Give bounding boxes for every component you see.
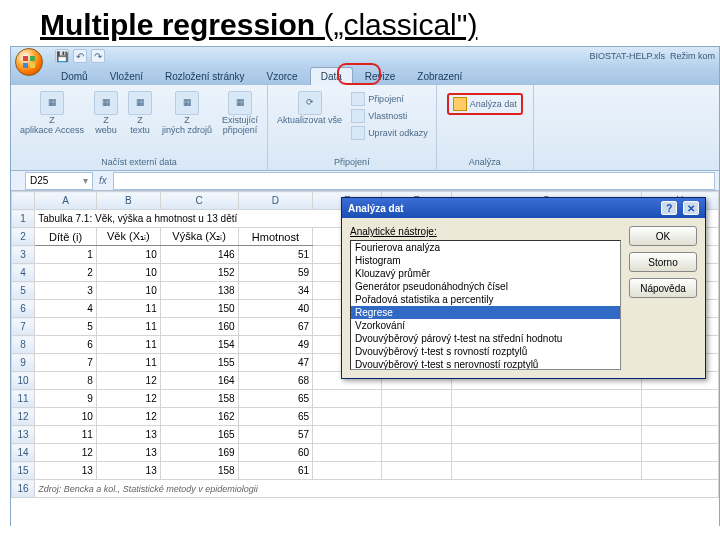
data-cell[interactable]: 60 [238, 444, 312, 462]
tab-data[interactable]: Data [310, 67, 353, 85]
data-cell[interactable]: 12 [96, 408, 160, 426]
data-column-header[interactable]: Dítě (i) [35, 228, 97, 246]
data-cell[interactable]: 67 [238, 318, 312, 336]
tool-list-item[interactable]: Klouzavý průměr [351, 267, 620, 280]
tab-vložení[interactable]: Vložení [100, 68, 153, 85]
data-column-header[interactable]: Výška (X₂ᵢ) [160, 228, 238, 246]
row-header[interactable]: 10 [12, 372, 35, 390]
ribbon-button[interactable]: ▦Zaplikace Access [17, 89, 87, 138]
data-cell[interactable]: 146 [160, 246, 238, 264]
redo-icon[interactable]: ↷ [91, 49, 105, 63]
column-header[interactable]: C [160, 192, 238, 210]
close-icon[interactable]: ✕ [683, 201, 699, 215]
data-cell[interactable]: 155 [160, 354, 238, 372]
ribbon-mini-button[interactable]: Vlastnosti [349, 108, 430, 124]
data-cell[interactable]: 158 [160, 390, 238, 408]
tool-list-item[interactable]: Regrese [351, 306, 620, 319]
row-header[interactable]: 7 [12, 318, 35, 336]
row-header[interactable]: 15 [12, 462, 35, 480]
data-cell[interactable]: 7 [35, 354, 97, 372]
tool-list-item[interactable]: Dvouvýběrový t-test s nerovností rozptyl… [351, 358, 620, 370]
data-cell[interactable]: 11 [35, 426, 97, 444]
data-cell[interactable]: 138 [160, 282, 238, 300]
row-header[interactable]: 3 [12, 246, 35, 264]
data-cell[interactable]: 10 [96, 264, 160, 282]
data-column-header[interactable]: Věk (X₁ᵢ) [96, 228, 160, 246]
data-cell[interactable]: 12 [96, 372, 160, 390]
name-box[interactable]: D25 ▾ [25, 172, 93, 190]
ok-button[interactable]: OK [629, 226, 697, 246]
data-cell[interactable]: 65 [238, 408, 312, 426]
data-cell[interactable]: 61 [238, 462, 312, 480]
row-header[interactable]: 14 [12, 444, 35, 462]
ribbon-mini-button[interactable]: Upravit odkazy [349, 125, 430, 141]
tool-list-item[interactable]: Fourierova analýza [351, 241, 620, 254]
data-cell[interactable]: 11 [96, 318, 160, 336]
row-header[interactable]: 16 [12, 480, 35, 498]
row-header[interactable]: 4 [12, 264, 35, 282]
tab-rozložení stránky[interactable]: Rozložení stránky [155, 68, 254, 85]
data-cell[interactable]: 1 [35, 246, 97, 264]
ribbon-button[interactable]: ▦Ztextu [125, 89, 155, 138]
data-cell[interactable]: 13 [96, 462, 160, 480]
row-header[interactable]: 6 [12, 300, 35, 318]
footnote-cell[interactable]: Zdroj: Bencka a kol., Statistické metody… [35, 480, 719, 498]
row-header[interactable]: 8 [12, 336, 35, 354]
ribbon-button[interactable]: ▦Zjiných zdrojů [159, 89, 215, 138]
data-cell[interactable]: 165 [160, 426, 238, 444]
data-cell[interactable]: 169 [160, 444, 238, 462]
data-cell[interactable]: 11 [96, 336, 160, 354]
data-cell[interactable]: 59 [238, 264, 312, 282]
data-cell[interactable]: 2 [35, 264, 97, 282]
tool-list-item[interactable]: Dvouvýběrový párový t-test na střední ho… [351, 332, 620, 345]
office-button[interactable] [15, 48, 43, 76]
data-cell[interactable]: 152 [160, 264, 238, 282]
data-cell[interactable]: 13 [96, 444, 160, 462]
tab-revize[interactable]: Revize [355, 68, 406, 85]
data-cell[interactable]: 68 [238, 372, 312, 390]
row-header[interactable]: 12 [12, 408, 35, 426]
data-cell[interactable]: 160 [160, 318, 238, 336]
data-cell[interactable]: 162 [160, 408, 238, 426]
tab-domů[interactable]: Domů [51, 68, 98, 85]
refresh-all-button[interactable]: ⟳ Aktualizovat vše [274, 89, 345, 128]
data-cell[interactable]: 11 [96, 300, 160, 318]
row-header[interactable]: 1 [12, 210, 35, 228]
data-cell[interactable]: 3 [35, 282, 97, 300]
data-cell[interactable]: 13 [35, 462, 97, 480]
data-cell[interactable]: 5 [35, 318, 97, 336]
formula-bar[interactable] [113, 172, 715, 190]
data-cell[interactable]: 51 [238, 246, 312, 264]
data-analysis-button[interactable]: Analýza dat [447, 93, 523, 115]
data-cell[interactable]: 164 [160, 372, 238, 390]
row-header[interactable]: 13 [12, 426, 35, 444]
data-cell[interactable]: 10 [96, 246, 160, 264]
data-cell[interactable]: 34 [238, 282, 312, 300]
data-cell[interactable]: 47 [238, 354, 312, 372]
row-header[interactable]: 5 [12, 282, 35, 300]
tool-list-item[interactable]: Vzorkování [351, 319, 620, 332]
ribbon-button[interactable]: ▦Zwebu [91, 89, 121, 138]
help-button[interactable]: Nápověda [629, 278, 697, 298]
column-header[interactable]: B [96, 192, 160, 210]
data-cell[interactable]: 65 [238, 390, 312, 408]
column-header[interactable]: A [35, 192, 97, 210]
tab-vzorce[interactable]: Vzorce [257, 68, 308, 85]
row-header[interactable]: 9 [12, 354, 35, 372]
data-cell[interactable]: 10 [35, 408, 97, 426]
help-icon[interactable]: ? [661, 201, 677, 215]
tab-zobrazení[interactable]: Zobrazení [407, 68, 472, 85]
cancel-button[interactable]: Storno [629, 252, 697, 272]
tool-list-item[interactable]: Dvouvýběrový t-test s rovností rozptylů [351, 345, 620, 358]
save-icon[interactable]: 💾 [55, 49, 69, 63]
data-cell[interactable]: 12 [96, 390, 160, 408]
data-cell[interactable]: 158 [160, 462, 238, 480]
data-cell[interactable]: 154 [160, 336, 238, 354]
data-cell[interactable]: 13 [96, 426, 160, 444]
data-cell[interactable]: 150 [160, 300, 238, 318]
fx-icon[interactable]: fx [99, 175, 107, 186]
data-cell[interactable]: 6 [35, 336, 97, 354]
tool-list-item[interactable]: Generátor pseudonáhodných čísel [351, 280, 620, 293]
data-column-header[interactable]: Hmotnost [238, 228, 312, 246]
data-cell[interactable]: 49 [238, 336, 312, 354]
